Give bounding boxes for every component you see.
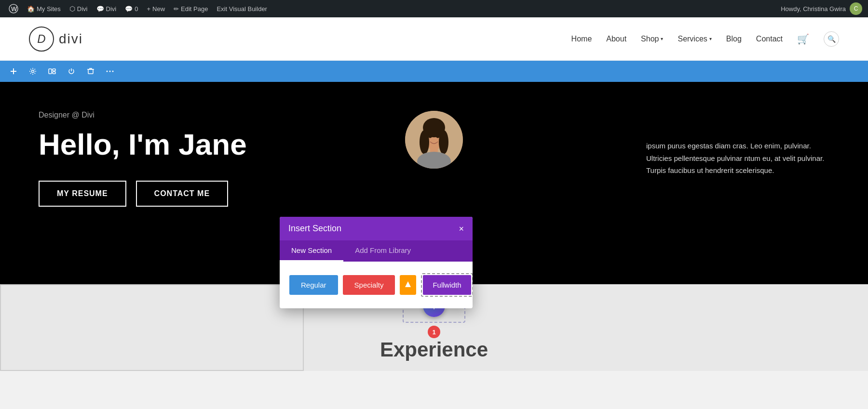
specialty-section-btn[interactable]: Specialty [343,275,395,295]
nav-shop-chevron: ▾ [661,36,663,41]
svg-text:W: W [11,5,17,13]
left-gray-box [0,284,304,371]
nav-contact[interactable]: Contact [756,35,783,43]
nav-services-chevron: ▾ [709,36,712,41]
logo-circle: D [29,26,54,52]
popup-tabs: New Section Add From Library [280,240,473,262]
comments-btn[interactable]: 💬 Divi [94,0,120,17]
logo-text: divi [59,31,83,47]
regular-section-btn[interactable]: Regular [289,275,338,295]
nav-home[interactable]: Home [571,35,592,43]
toolbar-settings-btn[interactable] [25,64,41,79]
my-sites-icon: 🏠 [27,5,35,13]
svg-point-11 [109,71,111,72]
cart-icon[interactable]: 🛒 [797,33,809,45]
admin-bar: W 🏠 My Sites ⬡ Divi 💬 Divi 💬 0 + New ✏ E… [0,0,868,17]
popup-title: Insert Section [288,224,341,234]
user-avatar[interactable]: C [850,2,862,15]
my-sites-btn[interactable]: 🏠 My Sites [24,0,64,17]
toolbar-power-btn[interactable] [64,64,79,79]
exit-visual-builder-btn[interactable]: Exit Visual Builder [214,0,270,17]
edit-icon: ✏ [174,5,179,13]
nav-shop-label: Shop [641,35,659,43]
nav-services[interactable]: Services ▾ [678,35,711,43]
popup-close-btn[interactable]: × [459,224,464,233]
insert-section-popup: Insert Section × New Section Add From Li… [280,217,473,308]
contact-me-btn[interactable]: CONTACT ME [136,181,228,207]
hero-body-text: ipsum purus egestas diam cras. Leo enim,… [646,111,829,177]
comments-icon: 💬 [96,5,104,13]
popup-header: Insert Section × [280,217,473,240]
svg-point-16 [420,130,429,154]
divi-icon: ⬡ [69,5,75,13]
nav-home-label: Home [571,35,592,43]
edit-page-label: Edit Page [181,5,208,13]
svg-rect-5 [49,69,52,74]
hero-left: Designer @ Divi Hello, I'm Jane MY RESUM… [39,111,646,207]
nav-about[interactable]: About [606,35,626,43]
fullwidth-section-btn[interactable]: Fullwidth [423,275,471,295]
nav-shop[interactable]: Shop ▾ [641,35,663,43]
toolbar-trash-btn[interactable] [83,64,98,79]
svg-point-10 [107,71,108,72]
badge-1: 1 [428,326,440,338]
specialty-icon-btn[interactable] [400,275,416,295]
svg-point-21 [436,134,440,138]
toolbar-add-btn[interactable] [6,64,21,79]
comment-bubble-icon: 💬 [125,5,133,13]
svg-rect-6 [53,69,55,71]
logo-char: D [37,32,45,46]
svg-rect-7 [53,72,55,74]
hero-avatar [405,111,463,169]
nav-about-label: About [606,35,626,43]
toolbar-layout-btn[interactable] [44,64,60,79]
svg-marker-22 [405,281,411,287]
experience-title: Experience [380,338,488,361]
howdy-label: Howdy, Christina Gwira [781,5,846,13]
divi-btn[interactable]: ⬡ Divi [67,0,91,17]
comment-count-btn[interactable]: 💬 0 [122,0,141,17]
site-header: D divi Home About Shop ▾ Services ▾ Blog [0,17,868,61]
popup-body: Regular Specialty Fullwidth 2 [280,262,473,308]
my-sites-label: My Sites [37,5,61,13]
tab-new-section[interactable]: New Section [280,240,343,262]
hero-paragraph: ipsum purus egestas diam cras. Leo enim,… [646,140,829,177]
exit-vb-label: Exit Visual Builder [217,5,267,13]
site-nav: Home About Shop ▾ Services ▾ Blog Contac… [571,31,839,47]
svg-point-17 [439,130,448,154]
svg-point-20 [428,134,432,138]
hero-designer-label: Designer @ Divi [39,111,646,119]
toolbar-more-btn[interactable] [102,64,118,79]
divi-label: Divi [77,5,88,13]
nav-blog[interactable]: Blog [726,35,742,43]
tab-new-section-label: New Section [291,246,332,254]
new-plus-icon: + [147,5,150,13]
search-btn[interactable]: 🔍 [824,31,839,47]
wp-logo-btn[interactable]: W [6,0,21,17]
svg-point-4 [32,70,34,73]
builder-toolbar [0,61,868,82]
edit-page-btn[interactable]: ✏ Edit Page [171,0,211,17]
admin-bar-right: Howdy, Christina Gwira C [781,2,862,15]
tab-add-from-library[interactable]: Add From Library [343,240,422,262]
new-label: New [152,5,165,13]
new-btn[interactable]: + New [144,0,168,17]
comments-count: Divi [106,5,117,13]
nav-services-label: Services [678,35,707,43]
hero-title: Hello, I'm Jane [39,127,646,161]
nav-contact-label: Contact [756,35,783,43]
hero-avatar-container [405,111,463,169]
nav-blog-label: Blog [726,35,742,43]
tab-library-label: Add From Library [355,246,411,254]
svg-point-12 [112,71,114,72]
svg-rect-8 [88,69,93,74]
fullwidth-btn-wrapper: Fullwidth [421,273,473,297]
hero-section: Designer @ Divi Hello, I'm Jane MY RESUM… [0,82,868,284]
site-logo[interactable]: D divi [29,26,83,52]
hero-buttons: MY RESUME CONTACT ME [39,181,646,207]
search-icon: 🔍 [827,35,836,43]
comment-num: 0 [135,5,138,13]
site-wrapper: D divi Home About Shop ▾ Services ▾ Blog [0,17,868,371]
my-resume-btn[interactable]: MY RESUME [39,181,126,207]
